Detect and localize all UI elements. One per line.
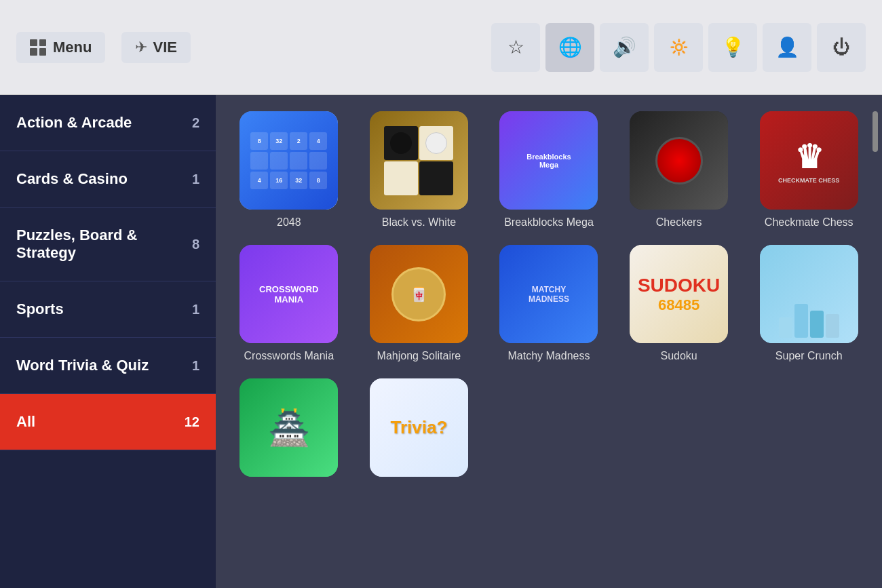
game-title: Black vs. White — [382, 216, 456, 229]
sidebar-item-label: All — [16, 413, 35, 431]
game-thumbnail — [370, 111, 468, 210]
sidebar-item-word-trivia---quiz[interactable]: Word Trivia & Quiz 1 — [0, 338, 216, 394]
globe-icon: 🌐 — [558, 36, 582, 58]
game-item-Mahjong Solitaire[interactable]: 🀄 Mahjong Solitaire — [360, 245, 479, 362]
sidebar-item-count: 1 — [192, 302, 199, 317]
volume-button[interactable]: 🔊 — [600, 23, 649, 72]
game-thumbnail — [630, 111, 728, 210]
games-grid: 83224416328 2048 Bla — [229, 111, 868, 484]
game-item-Black vs. White[interactable]: Black vs. White — [360, 111, 479, 229]
games-area: 83224416328 2048 Bla — [216, 95, 882, 588]
game-title: Mahjong Solitaire — [377, 350, 461, 362]
sidebar-item-puzzles--board---strategy[interactable]: Puzzles, Board & Strategy 8 — [0, 208, 216, 281]
star-button[interactable]: ☆ — [491, 23, 540, 72]
game-item-Checkmate Chess[interactable]: ♛ CHECKMATE CHESS Checkmate Chess — [749, 111, 868, 229]
sidebar-item-count: 1 — [192, 172, 199, 187]
game-title: Checkmate Chess — [765, 216, 854, 229]
game-thumbnail: BreakblocksMega — [499, 111, 598, 210]
globe-button[interactable]: 🌐 — [545, 23, 594, 72]
volume-icon: 🔊 — [613, 36, 636, 58]
game-title: Crosswords Mania — [244, 350, 334, 362]
game-title: Matchy Madness — [508, 350, 590, 362]
main-content: Action & Arcade 2 Cards & Casino 1 Puzzl… — [0, 95, 882, 588]
game-title: 2048 — [277, 216, 301, 229]
menu-label: Menu — [53, 39, 92, 56]
topbar: Menu ✈ VIE ☆ 🌐 🔊 🔆 💡 👤 ⏻ — [0, 0, 882, 95]
game-title: Super Crunch — [775, 350, 843, 362]
brightness-icon: 🔆 — [670, 39, 688, 56]
game-item-2048[interactable]: 83224416328 2048 — [229, 111, 349, 229]
game-item-Matchy Madness[interactable]: MATCHYMADNESS Matchy Madness — [489, 245, 609, 362]
topbar-left: Menu ✈ VIE — [16, 32, 191, 63]
sidebar-item-action---arcade[interactable]: Action & Arcade 2 — [0, 95, 216, 151]
sidebar-item-count: 8 — [192, 237, 199, 252]
sidebar-item-label: Puzzles, Board & Strategy — [16, 227, 192, 262]
flight-button[interactable]: ✈ VIE — [121, 32, 190, 63]
game-thumbnail: Trivia? — [370, 378, 468, 477]
flight-label: VIE — [153, 39, 176, 56]
person-button[interactable]: 👤 — [763, 23, 811, 72]
person-icon: 👤 — [775, 36, 799, 58]
sidebar-item-all[interactable]: All 12 — [0, 394, 216, 450]
power-icon: ⏻ — [832, 37, 850, 58]
game-title: Breakblocks Mega — [504, 216, 594, 229]
sidebar: Action & Arcade 2 Cards & Casino 1 Puzzl… — [0, 95, 216, 588]
sidebar-item-count: 2 — [192, 115, 199, 131]
sidebar-item-label: Action & Arcade — [16, 114, 132, 132]
sidebar-item-count: 1 — [192, 358, 199, 374]
game-item-Sudoku[interactable]: SUDOKU 68485 Sudoku — [619, 245, 739, 362]
game-item-Breakblocks Mega[interactable]: BreakblocksMega Breakblocks Mega — [489, 111, 609, 229]
game-thumbnail: 83224416328 — [239, 111, 338, 210]
sidebar-item-label: Word Trivia & Quiz — [16, 357, 149, 374]
scroll-indicator — [873, 111, 878, 152]
game-item-Super Crunch[interactable]: Super Crunch — [749, 245, 868, 362]
star-icon: ☆ — [507, 36, 524, 58]
sidebar-item-count: 12 — [185, 414, 199, 430]
game-item-10[interactable]: 🏯 — [229, 378, 349, 484]
sidebar-item-label: Cards & Casino — [16, 170, 128, 188]
game-title: Sudoku — [660, 350, 697, 362]
power-button[interactable]: ⏻ — [817, 23, 866, 72]
topbar-right: ☆ 🌐 🔊 🔆 💡 👤 ⏻ — [491, 23, 866, 72]
game-thumbnail: MATCHYMADNESS — [499, 245, 598, 343]
game-thumbnail: ♛ CHECKMATE CHESS — [760, 111, 858, 210]
game-thumbnail: CROSSWORDMANIA — [239, 245, 338, 343]
game-title: Checkers — [656, 216, 702, 229]
brightness-button[interactable]: 🔆 — [654, 23, 703, 72]
flight-icon: ✈ — [135, 39, 147, 56]
sidebar-item-label: Sports — [16, 300, 64, 318]
light-button[interactable]: 💡 — [708, 23, 757, 72]
menu-button[interactable]: Menu — [16, 32, 105, 63]
game-thumbnail: 🀄 — [370, 245, 468, 343]
game-item-Checkers[interactable]: Checkers — [619, 111, 739, 229]
game-thumbnail: SUDOKU 68485 — [630, 245, 728, 343]
light-icon: 💡 — [721, 36, 745, 58]
game-item-Crosswords Mania[interactable]: CROSSWORDMANIA Crosswords Mania — [229, 245, 349, 362]
sidebar-item-sports[interactable]: Sports 1 — [0, 281, 216, 338]
sidebar-item-cards---casino[interactable]: Cards & Casino 1 — [0, 151, 216, 208]
grid-icon — [30, 39, 46, 56]
game-thumbnail — [760, 245, 858, 343]
game-item-11[interactable]: Trivia? — [360, 378, 479, 484]
game-thumbnail: 🏯 — [239, 378, 338, 477]
